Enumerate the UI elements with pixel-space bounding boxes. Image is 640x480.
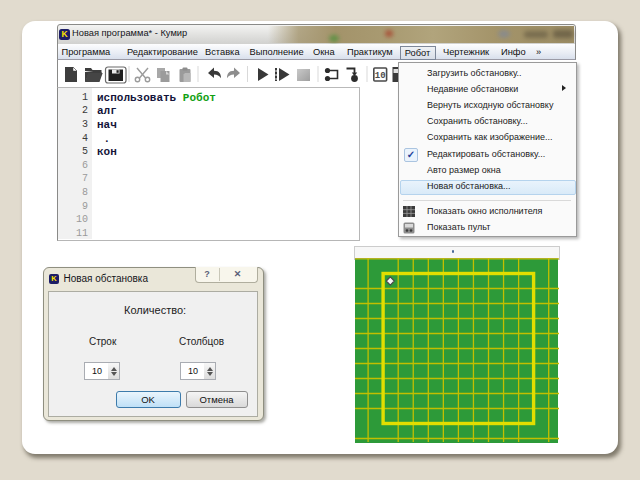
- svg-text:10: 10: [375, 71, 386, 81]
